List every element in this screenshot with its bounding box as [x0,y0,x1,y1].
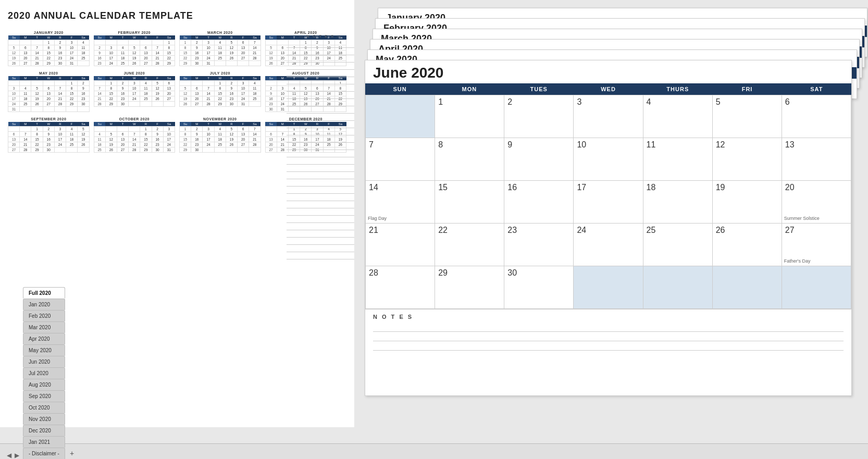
jun-cell-0-4: 4 [643,95,713,138]
tab-mar-2020[interactable]: Mar 2020 [23,321,65,333]
mini-cal-cell: 2 [78,81,89,86]
mini-cal-cell: 5 [226,127,237,132]
mini-cal-cell: 19 [152,91,163,96]
mini-cal-cell: 4 [78,40,89,45]
mini-cal-cell: 14 [54,91,66,96]
mini-cal-cell: 23 [43,142,54,147]
notes-line [287,70,354,77]
mini-cal-cell: 12 [31,91,43,96]
mini-cal-cell: 20 [163,91,175,96]
jun-cell-4-5 [713,266,782,309]
notes-line [287,63,354,70]
mini-cal-cell: 10 [105,51,117,56]
tab-may-2020[interactable]: May 2020 [23,344,65,356]
jun-cell-1-0: 7 [366,138,435,181]
jun-cell-3-0: 21 [366,224,435,266]
mini-cal-cell: 7 [20,132,31,137]
mini-cal-cell: 1 [140,127,152,132]
mini-cal-cell [94,81,105,86]
mini-cal-cell: 26 [226,56,237,61]
mini-cal-cell: 21 [152,56,163,61]
mini-cal-cell: 5 [31,86,43,91]
notes-line [287,245,354,252]
jun-cell-1-1: 8 [435,138,504,181]
mini-cal-cell: 9 [117,86,128,91]
mini-cal-cell: 14 [31,51,43,56]
mini-cal-cell: 10 [203,132,214,137]
mini-cal-cell: 1 [66,81,78,86]
tab-oct-2020[interactable]: Oct 2020 [23,402,65,413]
mini-cal-cell: 19 [105,142,117,147]
tab-nav-right-btn[interactable]: ▶ [13,452,21,459]
mini-cal-cell: 19 [8,56,20,61]
mini-cal-cell: 6 [20,45,31,51]
tab-nov-2020[interactable]: Nov 2020 [23,413,65,425]
jun-cell-0-6: 6 [782,95,851,138]
mini-cal-cell [129,127,140,132]
tab-sep-2020[interactable]: Sep 2020 [23,390,65,402]
mini-cal-cell: 13 [20,51,31,56]
mini-cal-cell: 10 [203,45,214,51]
mini-cal-cell: 24 [54,142,66,147]
mini-cal-cell: 8 [163,45,175,51]
tab---disclaimer--[interactable]: - Disclaimer - [23,448,65,459]
mini-cal-cell: 11 [249,86,261,91]
tab-jun-2020[interactable]: Jun 2020 [23,356,65,367]
mini-cal-cell: 27 [238,142,249,147]
jun-cell-2-0: 14Flag Day [366,181,435,224]
mini-cal-cell: 11 [214,45,226,51]
mini-cal-cell: 7 [152,45,163,51]
mini-cal-title-may2020: MAY 2020 [8,71,90,75]
tab-nav-left-btn[interactable]: ◀ [5,452,13,459]
jun-grid: 1234567891011121314Flag Day151617181920S… [365,95,851,309]
notes-line [287,201,354,208]
tab-jan-2021[interactable]: Jan 2021 [23,436,65,448]
mini-cal-cell [66,107,78,112]
mini-cal-cell: 15 [163,51,175,56]
jun-header: SUN MON TUES WED THURS FRI SAT [365,83,851,95]
mini-cal-cell: 20 [238,51,249,56]
mini-cal-cell: 25 [140,96,152,102]
jun-cell-1-6: 13 [782,138,851,181]
tab-jan-2020[interactable]: Jan 2020 [23,299,65,310]
jun-cell-0-5: 5 [713,95,782,138]
mini-cal-cell: 7 [54,86,66,91]
mini-cal-cell: 7 [203,86,214,91]
notes-line [287,194,354,201]
mini-cal-cell: 28 [249,142,261,147]
mini-cal-cell: 5 [129,45,140,51]
mini-cal-cell [180,81,191,86]
tab-aug-2020[interactable]: Aug 2020 [23,379,65,390]
mini-cal-cell: 3 [238,81,249,86]
tab-dec-2020[interactable]: Dec 2020 [23,425,65,436]
mini-cal-cell: 3 [54,127,66,132]
jun-cell-3-1: 22 [435,224,504,266]
tab-feb-2020[interactable]: Feb 2020 [23,310,65,321]
tab-apr-2020[interactable]: Apr 2020 [23,333,65,344]
mini-cal-cell: 29 [140,147,152,153]
mini-cal-cell: 24 [8,102,20,107]
mini-cal-cell: 26 [152,96,163,102]
mini-cal-cell: 17 [66,51,78,56]
notes-line [287,172,354,179]
mini-cal-cell: 12 [180,91,191,96]
mini-cal-cell: 4 [140,81,152,86]
mini-cal-cell: 13 [8,137,20,142]
mini-cal-cell: 10 [129,86,140,91]
mini-cal-cell: 21 [249,137,261,142]
mini-cal-cell: 25 [94,147,105,153]
mini-cal-cell: 5 [8,45,20,51]
mini-cal-cell: 29 [31,147,43,153]
mini-cal-cell: 14 [203,91,214,96]
mini-cal-cell: 30 [54,61,66,66]
notes-line [287,179,354,187]
mini-cal-cell: 22 [66,96,78,102]
mini-cal-cell [191,81,203,86]
add-tab-button[interactable]: + [66,448,78,459]
mini-cal-cell: 16 [94,56,105,61]
mini-cal-cell: 11 [140,86,152,91]
mini-cal-cell: 9 [191,45,203,51]
mini-cal-cell: 2 [152,127,163,132]
tab-full-2020[interactable]: Full 2020 [23,287,65,299]
tab-jul-2020[interactable]: Jul 2020 [23,367,65,379]
